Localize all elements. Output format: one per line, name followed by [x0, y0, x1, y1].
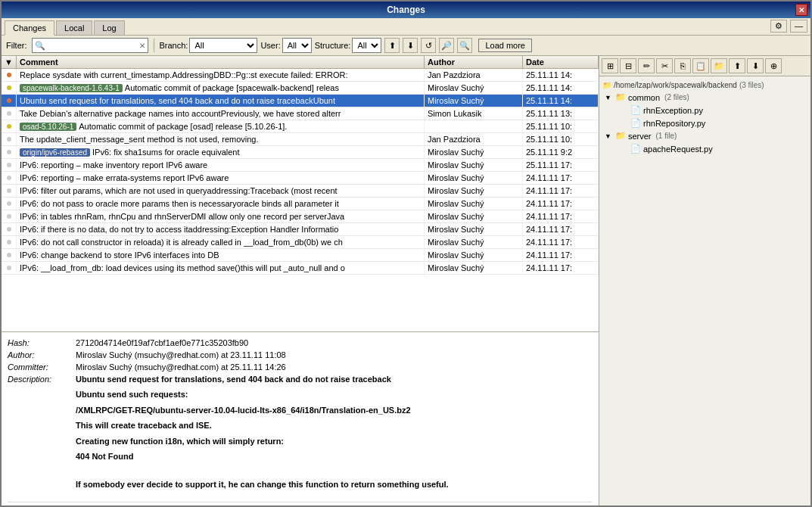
table-row[interactable]: IPv6: in tables rhnRam, rhnCpu and rhnSe… — [2, 210, 599, 223]
tree-file[interactable]: 📄apacheRequest.py — [602, 142, 807, 155]
description-area: Ubuntu send request for translations, se… — [76, 375, 593, 499]
row-indicator — [2, 82, 17, 94]
main-area: ▼ Comment Author Date Replace sysdate wi… — [2, 56, 810, 505]
zoom-out-button[interactable]: 🔍 — [457, 38, 472, 53]
row-indicator — [2, 146, 17, 158]
branch-select[interactable]: Allmasterorigin/master — [189, 38, 257, 53]
window-title: Changes — [387, 5, 425, 15]
committer-row: Committer: Miroslav Suchý (msuchy@redhat… — [8, 362, 593, 372]
rt-btn-4[interactable]: ✂ — [656, 58, 673, 73]
table-row[interactable]: origin/ipv6-rebasedIPv6: fix sha1sums fo… — [2, 146, 599, 159]
table-row[interactable]: Take Debian's alternative package names … — [2, 107, 599, 120]
table-row[interactable]: Replace sysdate with current_timestamp.A… — [2, 69, 599, 82]
desc-line-5: 404 Not Found — [76, 450, 593, 463]
tree-count: (2 files) — [664, 93, 689, 101]
tree-folder[interactable]: ▼📁server(1 file) — [602, 129, 807, 142]
rt-btn-8[interactable]: ⬆ — [729, 58, 745, 73]
row-comment: Take Debian's alternative package names … — [17, 107, 425, 120]
push-button[interactable]: ⬆ — [384, 38, 400, 53]
rt-btn-10[interactable]: ⊕ — [765, 58, 782, 73]
table-row[interactable]: IPv6: change backend to store IPv6 inter… — [2, 249, 599, 262]
row-indicator — [2, 185, 17, 197]
close-button[interactable]: ✕ — [795, 4, 807, 16]
tree-file[interactable]: 📄rhnException.py — [602, 104, 807, 117]
row-author: Miroslav Suchý — [425, 210, 523, 222]
row-author: Jan Pazdziora — [425, 69, 523, 81]
header-author[interactable]: Author — [425, 56, 523, 68]
author-value: Miroslav Suchý (msuchy@redhat.com) at 23… — [76, 350, 593, 359]
structure-select[interactable]: All — [352, 38, 381, 53]
tab-local[interactable]: Local — [56, 20, 92, 35]
expand-icon: ▼ — [605, 132, 611, 140]
pull-button[interactable]: ⬇ — [403, 38, 418, 53]
row-comment: IPv6: reporting – make inventory report … — [17, 159, 425, 171]
row-author: Miroslav Suchý — [425, 198, 523, 210]
row-author: Miroslav Suchý — [425, 262, 523, 274]
table-row[interactable]: Ubuntu send request for translations, se… — [2, 95, 599, 107]
rt-btn-3[interactable]: ✏ — [638, 58, 655, 73]
header-indicator[interactable]: ▼ — [2, 56, 17, 68]
tree-file[interactable]: 📄rhnRepository.py — [602, 117, 807, 129]
rt-btn-7[interactable]: 📁 — [711, 58, 727, 73]
table-row[interactable]: osad-5.10.26-1Automatic commit of packag… — [2, 120, 599, 133]
table-row[interactable]: IPv6: if there is no data, do not try to… — [2, 223, 599, 236]
header-date[interactable]: Date — [523, 56, 599, 68]
table-header: ▼ Comment Author Date — [2, 56, 599, 69]
table-row[interactable]: IPv6: __load_from_db: load devices using… — [2, 262, 599, 275]
table-row[interactable]: IPv6: filter out params, which are not u… — [2, 185, 599, 198]
table-row[interactable]: IPv6: do not pass to oracle more params … — [2, 198, 599, 210]
row-indicator — [2, 198, 17, 210]
row-indicator — [2, 159, 17, 171]
row-comment: IPv6: change backend to store IPv6 inter… — [17, 249, 425, 261]
settings-button[interactable]: ⚙ — [770, 20, 787, 33]
table-row[interactable]: spacewalk-backend-1.6.43-1Automatic comm… — [2, 82, 599, 95]
filter-icon: 🔍 — [35, 41, 45, 51]
description-row: Description: Ubuntu send request for tra… — [8, 375, 593, 499]
table-row[interactable]: The update_client_message_sent method is… — [2, 133, 599, 146]
header-comment[interactable]: Comment — [17, 56, 425, 68]
tree-folder[interactable]: ▼📁common(2 files) — [602, 91, 807, 104]
committer-value: Miroslav Suchý (msuchy@redhat.com) at 25… — [76, 362, 593, 372]
desc-line-3: This will create traceback and ISE. — [76, 419, 593, 432]
table-row[interactable]: IPv6: do not call constructor in reloada… — [2, 236, 599, 249]
branch-label: Branch: — [160, 41, 188, 50]
row-indicator — [2, 210, 17, 222]
row-author: Miroslav Suchý — [425, 185, 523, 197]
user-select[interactable]: All — [282, 38, 312, 53]
row-author — [425, 120, 523, 132]
rt-btn-9[interactable]: ⬇ — [747, 58, 764, 73]
load-more-button[interactable]: Load more — [478, 39, 532, 52]
table-row[interactable]: IPv6: reporting – make errata-systems re… — [2, 172, 599, 185]
tab-log[interactable]: Log — [94, 20, 124, 35]
minimize-button[interactable]: — — [790, 20, 807, 33]
tab-changes[interactable]: Changes — [5, 20, 54, 36]
row-date: 24.11.11 17: — [523, 210, 599, 222]
rt-btn-2[interactable]: ⊟ — [620, 58, 636, 73]
detail-panel: Hash: 27120d4714e0f19af7cbf1aef0e771c352… — [2, 331, 599, 505]
row-date: 25.11.11 9:2 — [523, 146, 599, 158]
filter-clear-button[interactable]: ✕ — [139, 42, 145, 50]
zoom-in-button[interactable]: 🔎 — [439, 38, 454, 53]
file-icon: 📄 — [630, 118, 641, 128]
row-comment: IPv6: __load_from_db: load devices using… — [17, 262, 425, 274]
row-author: Miroslav Suchý — [425, 159, 523, 171]
rt-btn-6[interactable]: 📋 — [692, 58, 709, 73]
table-row[interactable]: IPv6: reporting – make inventory report … — [2, 159, 599, 172]
structure-dropdown-container: Structure: All — [315, 38, 382, 53]
desc-line-1: Ubuntu send such requests: — [76, 388, 593, 401]
file-icon: 📄 — [630, 105, 641, 115]
row-indicator — [2, 107, 17, 120]
rt-btn-5[interactable]: ⎘ — [674, 58, 691, 73]
row-comment: spacewalk-backend-1.6.43-1Automatic comm… — [17, 82, 425, 94]
row-indicator — [2, 133, 17, 145]
row-date: 24.11.11 17: — [523, 185, 599, 197]
main-window: Changes ✕ Changes Local Log ⚙ — Filter: … — [0, 0, 812, 507]
row-date: 25.11.11 14: — [523, 95, 599, 107]
description-body: Ubuntu send such requests: /XMLRPC/GET-R… — [76, 384, 593, 499]
row-date: 25.11.11 17: — [523, 159, 599, 171]
rt-btn-1[interactable]: ⊞ — [602, 58, 618, 73]
refresh-button[interactable]: ↺ — [421, 38, 436, 53]
row-comment: IPv6: filter out params, which are not u… — [17, 185, 425, 197]
filter-input[interactable] — [47, 41, 138, 50]
row-comment: osad-5.10.26-1Automatic commit of packag… — [17, 120, 425, 132]
